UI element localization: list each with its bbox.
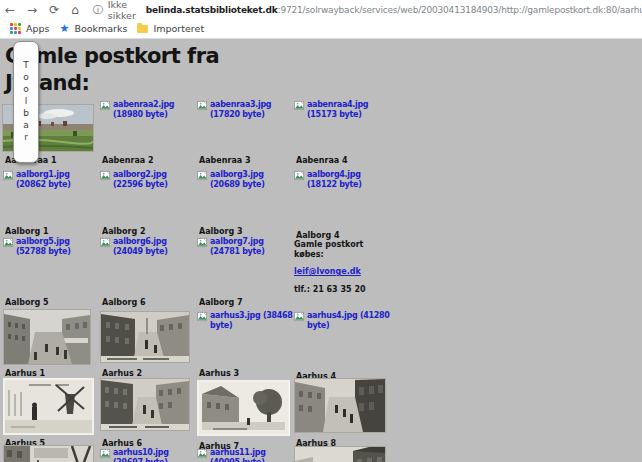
wayback-toolbar-label: Toolbar xyxy=(21,60,31,144)
broken-image-icon xyxy=(294,311,305,325)
postcard-thumbnail[interactable] xyxy=(3,445,94,462)
web-page: Gamle postkort fra Jylland: Toolbar xyxy=(0,39,642,462)
info-icon[interactable]: ⓘ xyxy=(93,3,103,17)
broken-link-text: aabenraa2.jpg (18980 byte) xyxy=(113,100,174,119)
postcard-cell: Aarhus 5 xyxy=(3,378,100,448)
broken-image-link[interactable]: aalborg3.jpg (20689 byte) xyxy=(197,170,294,190)
broken-link-text: aalborg6.jpg (24049 byte) xyxy=(113,237,168,256)
postcard-cell: aalborg6.jpg (24049 byte) Aalborg 6 xyxy=(100,237,197,307)
apps-label: Apps xyxy=(26,23,50,34)
bookmarks-shortcut[interactable]: ★ Bookmarks xyxy=(60,23,128,34)
broken-image-icon xyxy=(3,237,14,251)
broken-link-text: aalborg3.jpg (20689 byte) xyxy=(210,170,265,189)
broken-link-text: aarhus3.jpg (38468 byte) xyxy=(210,311,293,330)
contact-heading: Gamle postkort købes: xyxy=(294,240,386,260)
contact-cell: Gamle postkort købes: leif@lvonge.dk tlf… xyxy=(294,237,391,307)
url-text: belinda.statsbiblioteket.dk:9721/solrway… xyxy=(146,5,642,15)
postcard-thumbnail[interactable] xyxy=(294,378,386,433)
postcard-cell: aalborg2.jpg (22596 byte) Aalborg 2 xyxy=(100,170,197,236)
broken-image-icon xyxy=(197,448,208,462)
broken-link-text: aarhus10.jpg (29697 byte) xyxy=(113,448,169,462)
broken-image-link[interactable]: aalborg4.jpg (18122 byte) xyxy=(294,170,391,190)
postcard-cell: Aarhus 7 xyxy=(197,378,294,448)
broken-link-text: aabenraa3.jpg (17820 byte) xyxy=(210,100,271,119)
broken-link-text: aalborg1.jpg (20862 byte) xyxy=(16,170,71,189)
broken-link-text: aalborg4.jpg (18122 byte) xyxy=(307,170,362,189)
broken-image-link[interactable]: aalborg5.jpg (52788 byte) xyxy=(3,237,100,257)
broken-image-link[interactable]: aalborg6.jpg (24049 byte) xyxy=(100,237,197,257)
contact-phone: tlf.: 21 63 35 20 xyxy=(294,285,386,295)
contact-email-link[interactable]: leif@lvonge.dk xyxy=(294,267,361,277)
postcard-image-aarhus-9 xyxy=(4,446,93,462)
postcard-caption: Aalborg 3 xyxy=(199,227,243,236)
postcard-cell: Aarhus 1 xyxy=(3,308,100,378)
postcard-image-aarhus-8 xyxy=(295,379,385,432)
broken-image-icon xyxy=(197,100,208,114)
postcard-cell: Aarhus 2 xyxy=(100,308,197,378)
postcard-caption: Aalborg 7 xyxy=(199,298,243,307)
broken-link-text: aabenraa4.jpg (15173 byte) xyxy=(307,100,368,119)
broken-image-link[interactable]: aarhus3.jpg (38468 byte) xyxy=(197,311,294,331)
url-bar[interactable]: ⓘ Ikke sikker belinda.statsbiblioteket.d… xyxy=(93,2,642,18)
postcard-image-aarhus-7 xyxy=(199,382,288,434)
postcard-thumbnail[interactable] xyxy=(100,311,190,363)
broken-image-link[interactable]: aabenraa3.jpg (17820 byte) xyxy=(197,100,294,120)
home-icon[interactable]: ⌂ xyxy=(71,4,79,16)
back-icon[interactable]: ← xyxy=(5,4,15,16)
postcard-thumbnail[interactable] xyxy=(3,378,94,435)
postcard-cell: Aarhus 6 xyxy=(100,378,197,448)
postcard-caption: Aalborg 5 xyxy=(5,298,49,307)
postcard-caption: Aabenraa 4 xyxy=(296,156,348,165)
broken-image-link[interactable]: aalborg2.jpg (22596 byte) xyxy=(100,170,197,190)
broken-image-icon xyxy=(197,170,208,184)
screenshot-root: ← → ⟳ ⌂ ⓘ Ikke sikker belinda.statsbibli… xyxy=(0,0,642,462)
reload-icon[interactable]: ⟳ xyxy=(49,4,59,16)
broken-image-icon xyxy=(294,100,305,114)
address-bar-row: ← → ⟳ ⌂ ⓘ Ikke sikker belinda.statsbibli… xyxy=(0,0,642,19)
postcard-thumbnail[interactable] xyxy=(294,446,386,462)
postcard-thumbnail[interactable] xyxy=(197,380,290,436)
postcard-cell: aalborg4.jpg (18122 byte) Aalborg 4 xyxy=(294,170,391,236)
browser-chrome: ← → ⟳ ⌂ ⓘ Ikke sikker belinda.statsbibli… xyxy=(0,0,642,39)
postcard-caption: Aarhus 2 xyxy=(102,369,142,378)
broken-image-link[interactable]: aabenraa2.jpg (18980 byte) xyxy=(100,100,197,120)
broken-image-icon xyxy=(197,311,208,325)
imported-label: Importeret xyxy=(153,23,204,34)
broken-image-link[interactable]: aarhus4.jpg (41280 byte) xyxy=(294,311,391,331)
postcard-cell: aabenraa3.jpg (17820 byte) Aabenraa 3 xyxy=(197,99,294,165)
postcard-cell xyxy=(3,445,100,462)
postcard-cell: aalborg1.jpg (20862 byte) Aalborg 1 xyxy=(3,170,100,236)
url-host: belinda.statsbiblioteket.dk xyxy=(146,5,278,15)
postcard-image-aarhus-2 xyxy=(101,312,189,362)
broken-image-link[interactable]: aalborg1.jpg (20862 byte) xyxy=(3,170,100,190)
postcard-cell: aarhus3.jpg (38468 byte) Aarhus 3 xyxy=(197,308,294,378)
broken-image-link[interactable]: aabenraa4.jpg (15173 byte) xyxy=(294,100,391,120)
postcard-thumbnail[interactable] xyxy=(3,309,91,365)
broken-image-icon xyxy=(100,448,111,462)
postcard-image-aarhus-6 xyxy=(101,379,189,430)
postcard-caption: Aabenraa 2 xyxy=(102,156,154,165)
broken-image-icon xyxy=(100,100,111,114)
grid-row: Aarhus 5 xyxy=(3,378,423,448)
folder-icon xyxy=(137,25,148,33)
forward-icon[interactable]: → xyxy=(27,4,37,16)
grid-row: aarhus10.jpg (29697 byte) aarhus11.jpg (… xyxy=(3,445,423,462)
postcard-cell: aabenraa2.jpg (18980 byte) Aabenraa 2 xyxy=(100,99,197,165)
postcard-image-aarhus-12 xyxy=(295,447,385,462)
postcard-thumbnail[interactable] xyxy=(100,378,190,431)
broken-link-text: aalborg2.jpg (22596 byte) xyxy=(113,170,168,189)
imported-folder-shortcut[interactable]: Importeret xyxy=(137,23,204,34)
grid-row: Aarhus 1 xyxy=(3,308,423,378)
broken-image-link[interactable]: aalborg7.jpg (24781 byte) xyxy=(197,237,294,257)
wayback-toolbar-tab[interactable]: Toolbar xyxy=(13,41,39,163)
postcard-image-aarhus-5 xyxy=(5,380,92,433)
broken-image-link[interactable]: aarhus10.jpg (29697 byte) xyxy=(100,448,197,462)
postcard-cell: aalborg5.jpg (52788 byte) Aalborg 5 xyxy=(3,237,100,307)
postcard-cell: aarhus11.jpg (40095 byte) xyxy=(197,445,294,462)
broken-image-icon xyxy=(197,237,208,251)
grid-row: aalborg1.jpg (20862 byte) Aalborg 1 aalb… xyxy=(3,170,423,236)
broken-link-text: aalborg7.jpg (24781 byte) xyxy=(210,237,265,256)
apps-shortcut[interactable]: Apps xyxy=(10,23,50,34)
broken-image-link[interactable]: aarhus11.jpg (40095 byte) xyxy=(197,448,294,462)
bookmarks-label: Bookmarks xyxy=(74,23,127,34)
